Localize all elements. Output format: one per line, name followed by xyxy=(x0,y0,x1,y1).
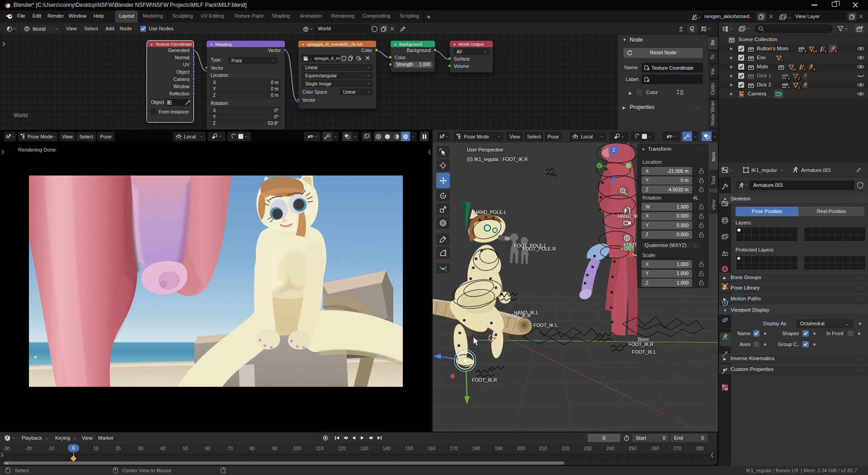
svg-text:Y: Y xyxy=(598,164,601,168)
svg-text:Z: Z xyxy=(613,147,615,152)
